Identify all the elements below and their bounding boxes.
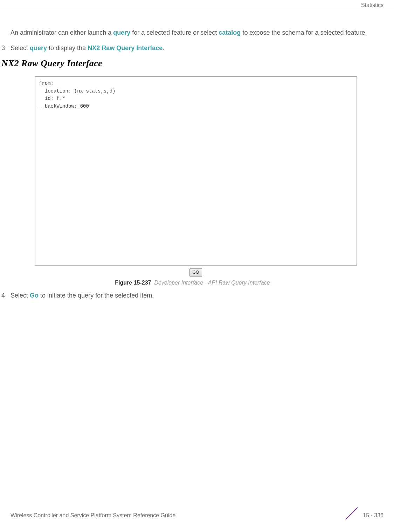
q-line3: id: f.*: [39, 96, 65, 101]
figure-label: Figure 15-237: [115, 280, 151, 286]
figure-caption-text: Developer Interface - API Raw Query Inte…: [154, 280, 270, 286]
step-3-text: Select query to display the NX2 Raw Quer…: [11, 43, 164, 53]
figure-caption: Figure 15-237 Developer Interface - API …: [1, 279, 383, 287]
step3-query: query: [30, 45, 47, 52]
step-4-text: Select Go to initiate the query for the …: [11, 291, 154, 300]
content-area: An administrator can either launch a que…: [0, 14, 394, 300]
step-3-row: 3 Select query to display the NX2 Raw Qu…: [11, 43, 383, 55]
q-line2a: location: (: [39, 88, 77, 94]
page: Statistics An administrator can either l…: [0, 0, 394, 532]
go-button[interactable]: GO: [189, 268, 202, 277]
q-line2c: _stats,s,d): [83, 88, 115, 94]
step3-mid: to display the: [47, 45, 88, 52]
header-rule: [0, 10, 394, 10]
step3-nx2: NX2 Raw Query Interface: [88, 45, 163, 52]
step3-pre: Select: [11, 45, 30, 52]
query-link: query: [113, 29, 130, 36]
intro-text-mid: for a selected feature or select: [130, 29, 219, 36]
ui-heading: NX2 Raw Query Interface: [1, 57, 383, 70]
step-4-row: 4 Select Go to initiate the query for th…: [11, 291, 383, 300]
footer-slash-icon: [344, 505, 360, 521]
step4-pre: Select: [11, 292, 30, 299]
footer-page-number: 15 - 336: [363, 512, 383, 519]
screenshot-wrap: from: location: (nx_stats,s,d) id: f.* b…: [35, 76, 357, 277]
go-row: GO: [35, 267, 357, 277]
svg-line-0: [346, 507, 358, 519]
footer-guide-title: Wireless Controller and Service Platform…: [11, 512, 175, 519]
intro-text-post: to expose the schema for a selected feat…: [241, 29, 367, 36]
q-line4b: : 600: [74, 103, 89, 109]
section-label: Statistics: [361, 2, 383, 8]
step4-post: to initiate the query for the selected i…: [39, 292, 154, 299]
catalog-link: catalog: [219, 29, 241, 36]
q-line2b: nx: [77, 88, 83, 94]
step4-go: Go: [30, 292, 39, 299]
step3-post: .: [163, 45, 164, 52]
page-footer: Wireless Controller and Service Platform…: [0, 509, 394, 523]
intro-paragraph: An administrator can either launch a que…: [11, 28, 383, 37]
step-4-number: 4: [1, 291, 11, 300]
screenshot-block: NX2 Raw Query Interface from: location: …: [1, 57, 383, 287]
page-header: Statistics: [0, 0, 394, 14]
q-line1: from:: [39, 81, 54, 86]
step-3-number: 3: [1, 43, 11, 55]
intro-text-pre: An administrator can either launch a: [11, 29, 113, 36]
query-textarea[interactable]: from: location: (nx_stats,s,d) id: f.* b…: [35, 76, 357, 266]
q-line4a: backWindow: [39, 103, 74, 109]
